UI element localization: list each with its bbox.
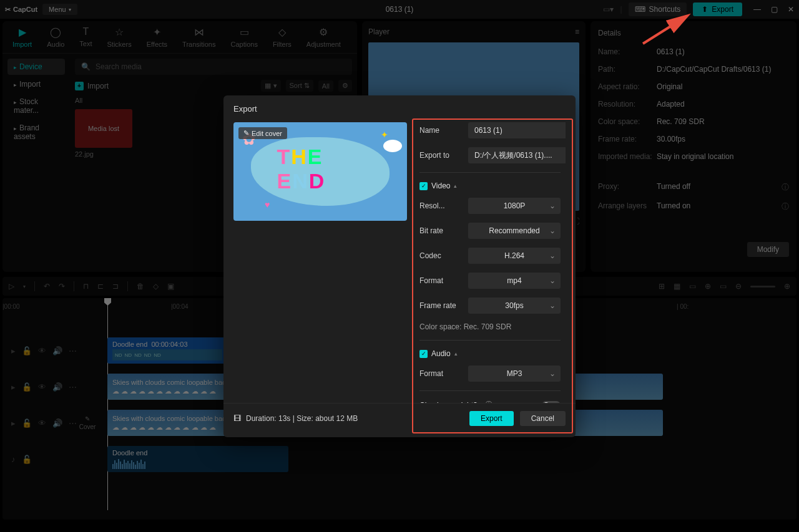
dialog-title: Export: [223, 95, 576, 122]
collapse-icon: ▴: [454, 183, 457, 189]
the-end-text: THE END: [277, 145, 364, 193]
audio-checkbox[interactable]: ✓: [419, 350, 428, 358]
export-dialog: Export ✦ ♥ THE END ✎ Edit cover Name: [223, 95, 576, 437]
video-checkbox[interactable]: ✓: [419, 182, 428, 190]
edit-cover-button[interactable]: ✎ Edit cover: [238, 127, 287, 139]
copyright-label: Check copyright?: [419, 401, 478, 404]
export-confirm-button[interactable]: Export: [469, 411, 514, 426]
star-decoration: ✦: [381, 130, 388, 140]
export-meta: Duration: 13s | Size: about 12 MB: [246, 414, 358, 423]
name-input[interactable]: [468, 122, 566, 138]
cover-preview: ✦ ♥ THE END ✎ Edit cover: [233, 122, 407, 221]
format-select[interactable]: mp4: [468, 273, 561, 289]
export-form: Name Export to 📁 ✓ Video ▴ Resol... 1080…: [419, 122, 566, 403]
cloud-decoration: [383, 140, 402, 152]
codec-select[interactable]: H.264: [468, 248, 561, 264]
audio-section-header[interactable]: ✓ Audio ▴: [419, 349, 561, 358]
heart-decoration: ♥: [265, 200, 270, 210]
framerate-select[interactable]: 30fps: [468, 297, 561, 314]
exportto-input[interactable]: [468, 147, 566, 163]
copyright-toggle[interactable]: [542, 401, 561, 404]
pencil-icon: ✎: [243, 129, 249, 137]
film-icon: 🎞: [233, 414, 241, 423]
collapse-icon: ▴: [454, 351, 458, 357]
name-label: Name: [419, 126, 461, 135]
video-section-header[interactable]: ✓ Video ▴: [419, 181, 561, 190]
exportto-label: Export to: [419, 151, 461, 160]
resolution-select[interactable]: 1080P: [468, 198, 561, 214]
audio-format-select[interactable]: MP3: [468, 365, 561, 382]
colorspace-note: Color space: Rec. 709 SDR: [419, 322, 561, 331]
bitrate-select[interactable]: Recommended: [468, 223, 561, 239]
help-icon[interactable]: ⓘ: [485, 400, 493, 403]
cancel-button[interactable]: Cancel: [520, 411, 566, 426]
